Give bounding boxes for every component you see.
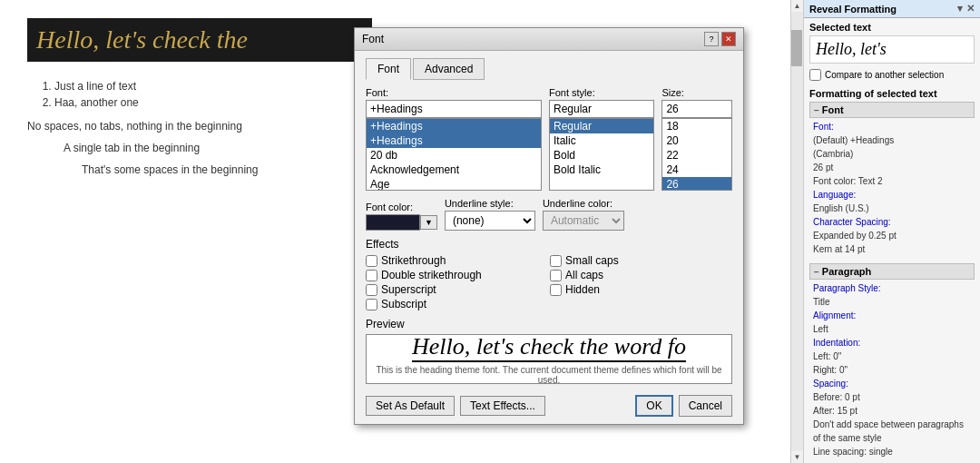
font-size-label: Size:	[662, 87, 732, 98]
font-collapse-icon[interactable]: −	[814, 105, 819, 115]
font-list-item-4[interactable]: Age	[367, 177, 541, 191]
dialog-window-controls: ? ✕	[704, 32, 736, 46]
font-dialog[interactable]: Font ? ✕ Font Advanced Font: +Headings	[354, 27, 744, 425]
font-list-item-2[interactable]: 20 db	[367, 148, 541, 163]
tab-advanced[interactable]: Advanced	[413, 58, 485, 80]
reveal-titlebar: Reveal Formatting ▾ ✕	[804, 0, 980, 18]
effect-hidden: Hidden	[550, 283, 732, 296]
paragraph-style-value: Title	[813, 297, 830, 307]
effect-all-caps: All caps	[550, 269, 732, 281]
preview-note: This is the heading theme font. The curr…	[367, 365, 731, 384]
alignment-link[interactable]: Alignment:	[813, 310, 856, 320]
dialog-overlay: Font ? ✕ Font Advanced Font: +Headings	[0, 0, 790, 463]
paragraph-details: Paragraph Style: Title Alignment: Left I…	[809, 280, 975, 460]
font-color-selector[interactable]: ▼	[366, 214, 437, 231]
font-color-box	[366, 214, 420, 231]
preview-title: Preview	[366, 318, 732, 330]
style-list-item-0[interactable]: Regular	[550, 119, 653, 133]
font-header-label: Font	[822, 104, 844, 115]
double-strikethrough-label: Double strikethrough	[381, 269, 482, 281]
font-color-dropdown[interactable]: ▼	[420, 215, 437, 230]
size-list-item-4[interactable]: 26	[662, 177, 731, 191]
style-list-item-1[interactable]: Italic	[550, 133, 653, 148]
dialog-title: Font	[362, 33, 384, 45]
language-link[interactable]: Language:	[813, 190, 856, 200]
paragraph-header-label: Paragraph	[822, 266, 871, 277]
font-list-item-0[interactable]: +Headings	[367, 119, 541, 133]
font-name-label: Font:	[366, 87, 542, 98]
text-effects-button[interactable]: Text Effects...	[460, 396, 545, 416]
spacing-after: After: 15 pt	[813, 406, 858, 416]
language-value: English (U.S.)	[813, 203, 869, 213]
superscript-checkbox[interactable]	[366, 284, 377, 296]
strikethrough-checkbox[interactable]	[366, 255, 377, 267]
font-value: (Default) +Headings(Cambria)	[813, 135, 894, 159]
all-caps-checkbox[interactable]	[550, 270, 562, 281]
font-size-col: Size: 18 20 22 24 26	[662, 87, 732, 191]
strikethrough-label: Strikethrough	[381, 254, 446, 267]
underline-color-select[interactable]: Automatic	[543, 211, 624, 231]
reveal-close-icon[interactable]: ✕	[966, 3, 975, 15]
size-list-item-2[interactable]: 22	[662, 148, 731, 163]
underline-color-col: Underline color: Automatic	[543, 198, 624, 231]
font-style-col: Font style: Regular Italic Bold Bold Ita…	[549, 87, 654, 191]
dialog-help-button[interactable]: ?	[704, 32, 719, 46]
font-style-input[interactable]	[549, 100, 654, 118]
dialog-close-button[interactable]: ✕	[721, 32, 736, 46]
set-default-button[interactable]: Set As Default	[366, 396, 455, 416]
font-color: Font color: Text 2	[813, 176, 883, 186]
small-caps-checkbox[interactable]	[550, 255, 562, 267]
paragraph-style-link[interactable]: Paragraph Style:	[813, 283, 881, 293]
char-spacing-link[interactable]: Character Spacing:	[813, 217, 891, 227]
font-name-input[interactable]	[366, 100, 542, 118]
paragraph-collapse-icon[interactable]: −	[814, 267, 819, 277]
reveal-pin-icon[interactable]: ▾	[957, 3, 963, 15]
reveal-titlebar-icons: ▾ ✕	[957, 3, 975, 15]
effects-grid: Strikethrough Small caps Double striketh…	[366, 254, 732, 310]
spacing-link[interactable]: Spacing:	[813, 379, 848, 389]
small-caps-label: Small caps	[565, 254, 619, 267]
font-list-item-1[interactable]: +Headings	[367, 133, 541, 148]
ok-button[interactable]: OK	[635, 395, 672, 417]
compare-checkbox[interactable]	[809, 69, 821, 81]
size-list-item-0[interactable]: 18	[662, 119, 731, 133]
compare-checkbox-row: Compare to another selection	[809, 69, 975, 81]
preview-text: Hello, let's check the word fo	[412, 334, 686, 362]
superscript-label: Superscript	[381, 283, 436, 296]
underline-style-col: Underline style: (none)	[445, 198, 535, 231]
font-name-list[interactable]: +Headings +Headings 20 db Acknowledgemen…	[366, 118, 542, 191]
size-list-item-1[interactable]: 20	[662, 133, 731, 148]
effect-small-caps: Small caps	[550, 254, 732, 267]
font-main-row: Font: +Headings +Headings 20 db Acknowle…	[366, 87, 732, 191]
font-style-list[interactable]: Regular Italic Bold Bold Italic	[549, 118, 654, 191]
reveal-panel-scrollbar[interactable]: ▲ ▼	[790, 0, 803, 463]
scroll-thumb[interactable]	[791, 30, 802, 66]
style-list-item-2[interactable]: Bold	[550, 148, 653, 163]
hidden-label: Hidden	[565, 283, 600, 296]
font-size-input[interactable]	[662, 100, 732, 118]
font-name-col: Font: +Headings +Headings 20 db Acknowle…	[366, 87, 542, 191]
footer-left-buttons: Set As Default Text Effects...	[366, 396, 545, 416]
font-size-list[interactable]: 18 20 22 24 26	[662, 118, 732, 191]
tab-font[interactable]: Font	[366, 58, 411, 80]
cancel-button[interactable]: Cancel	[679, 395, 732, 417]
size-list-item-3[interactable]: 24	[662, 163, 731, 177]
subscript-checkbox[interactable]	[366, 299, 377, 310]
footer-right-buttons: OK Cancel	[635, 395, 732, 417]
font-list-item-3[interactable]: Acknowledgement	[367, 163, 541, 177]
hidden-checkbox[interactable]	[550, 284, 562, 296]
scroll-down-button[interactable]: ▼	[791, 451, 803, 463]
scroll-up-button[interactable]: ▲	[791, 0, 803, 12]
indentation-link[interactable]: Indentation:	[813, 338, 860, 348]
font-formatting-section: − Font Font: (Default) +Headings(Cambria…	[809, 102, 975, 258]
font-size: 26 pt	[813, 163, 833, 172]
font-link[interactable]: Font:	[813, 122, 834, 132]
style-list-item-3[interactable]: Bold Italic	[550, 163, 653, 177]
dialog-footer: Set As Default Text Effects... OK Cancel	[366, 391, 732, 417]
dialog-tabs: Font Advanced	[366, 58, 732, 80]
font-color-row: Font color: ▼ Underline style: (none)	[366, 198, 732, 231]
double-strikethrough-checkbox[interactable]	[366, 270, 377, 281]
underline-style-select[interactable]: (none)	[445, 211, 535, 231]
preview-box: Hello, let's check the word fo This is t…	[366, 334, 732, 384]
subscript-label: Subscript	[381, 298, 426, 310]
